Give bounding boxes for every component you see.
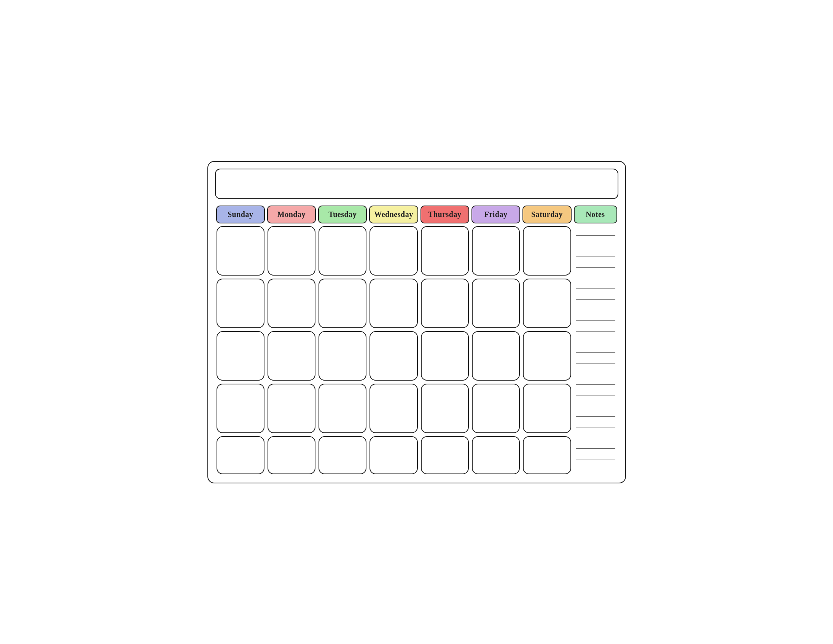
cell-row2-wed[interactable] <box>370 279 417 328</box>
note-line[interactable] <box>576 325 615 332</box>
cell-row1-wed[interactable] <box>370 226 417 275</box>
note-line[interactable] <box>576 442 615 449</box>
cell-row5-sat[interactable] <box>523 436 571 474</box>
cell-row1-sat[interactable] <box>523 226 571 275</box>
cell-row2-tue[interactable] <box>318 279 367 328</box>
cell-row4-wed[interactable] <box>370 384 417 433</box>
cell-row1-tue[interactable] <box>318 226 367 275</box>
calendar-grid: Sunday Monday Tuesday Wednesday Thursday… <box>215 204 618 476</box>
note-line[interactable] <box>576 229 615 236</box>
cell-row2-fri[interactable] <box>472 279 520 328</box>
note-line[interactable] <box>576 335 615 342</box>
cell-row4-tue[interactable] <box>318 384 367 433</box>
note-line[interactable] <box>576 346 615 353</box>
note-line[interactable] <box>576 261 615 267</box>
cell-row1-mon[interactable] <box>267 226 315 275</box>
cell-row5-sun[interactable] <box>217 436 264 474</box>
note-line[interactable] <box>576 431 615 438</box>
cell-row3-thu[interactable] <box>421 331 469 381</box>
cell-row2-thu[interactable] <box>421 279 469 328</box>
note-line[interactable] <box>576 250 615 257</box>
note-line[interactable] <box>576 357 615 364</box>
header-saturday: Saturday <box>523 206 571 224</box>
cell-row1-fri[interactable] <box>472 226 520 275</box>
note-line[interactable] <box>576 293 615 299</box>
note-line[interactable] <box>576 282 615 289</box>
cell-row4-thu[interactable] <box>421 384 469 433</box>
notes-lines-column[interactable] <box>573 225 618 476</box>
note-line[interactable] <box>576 314 615 321</box>
cell-row2-sun[interactable] <box>217 279 264 328</box>
header-tuesday: Tuesday <box>318 206 367 224</box>
calendar-container: Sunday Monday Tuesday Wednesday Thursday… <box>207 161 626 483</box>
header-wednesday: Wednesday <box>369 206 418 224</box>
cell-row1-thu[interactable] <box>421 226 469 275</box>
cell-row3-fri[interactable] <box>472 331 520 381</box>
cell-row3-mon[interactable] <box>267 331 315 381</box>
note-line[interactable] <box>576 399 615 406</box>
note-line[interactable] <box>576 367 615 374</box>
note-line[interactable] <box>576 240 615 246</box>
cell-row2-mon[interactable] <box>267 279 315 328</box>
header-friday: Friday <box>471 206 520 224</box>
note-line[interactable] <box>576 410 615 417</box>
note-line[interactable] <box>576 420 615 427</box>
cell-row3-sun[interactable] <box>217 331 264 381</box>
header-thursday: Thursday <box>420 206 469 224</box>
cell-row5-fri[interactable] <box>472 436 520 474</box>
title-bar[interactable] <box>215 169 618 199</box>
header-monday: Monday <box>267 206 316 224</box>
cell-row5-mon[interactable] <box>267 436 315 474</box>
cell-row5-wed[interactable] <box>370 436 417 474</box>
note-line[interactable] <box>576 303 615 310</box>
cell-row5-thu[interactable] <box>421 436 469 474</box>
header-notes: Notes <box>574 206 617 224</box>
cell-row4-sat[interactable] <box>523 384 571 433</box>
cell-row4-fri[interactable] <box>472 384 520 433</box>
cell-row4-mon[interactable] <box>267 384 315 433</box>
cell-row3-sat[interactable] <box>523 331 571 381</box>
cell-row4-sun[interactable] <box>217 384 264 433</box>
note-line[interactable] <box>576 389 615 396</box>
cell-row2-sat[interactable] <box>523 279 571 328</box>
cell-row3-tue[interactable] <box>318 331 367 381</box>
cell-row3-wed[interactable] <box>370 331 417 381</box>
cell-row1-sun[interactable] <box>217 226 264 275</box>
note-line[interactable] <box>576 271 615 278</box>
note-line[interactable] <box>576 378 615 385</box>
note-line[interactable] <box>576 452 615 459</box>
header-sunday: Sunday <box>216 206 265 224</box>
cell-row5-tue[interactable] <box>318 436 367 474</box>
